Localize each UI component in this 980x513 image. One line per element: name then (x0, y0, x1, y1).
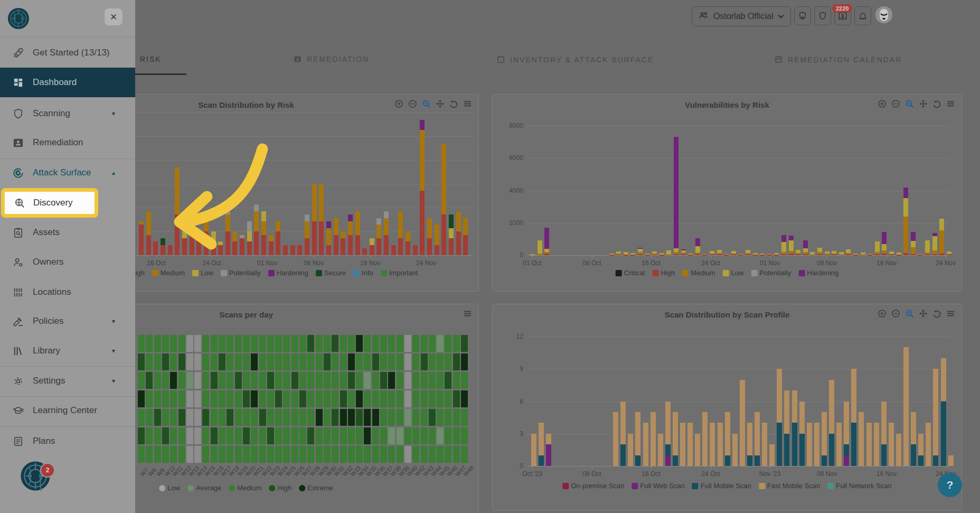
sidebar-item-assets[interactable]: Assets (0, 218, 135, 247)
legend-item[interactable]: Full Mobile Scan (692, 482, 751, 490)
menu-icon[interactable] (946, 99, 955, 108)
chart-toolbar (394, 99, 472, 108)
reset-icon[interactable] (932, 99, 941, 108)
sidebar-item-attack-surface[interactable]: Attack Surface▴ (0, 158, 135, 188)
legend-item[interactable]: Critical (616, 269, 645, 277)
avatar[interactable] (875, 6, 892, 23)
bar-segment (747, 455, 752, 466)
menu-icon[interactable] (946, 309, 955, 318)
legend-item[interactable]: Potentially (221, 269, 261, 277)
menu-icon[interactable] (463, 99, 472, 108)
legend-swatch (353, 270, 360, 276)
close-sidebar-button[interactable]: ✕ (105, 8, 123, 25)
legend-item[interactable]: Medium (229, 484, 261, 492)
heatmap-cell (219, 409, 225, 426)
legend-item[interactable]: Full Web Scan (632, 482, 684, 490)
sidebar-item-policies[interactable]: Policies▾ (0, 306, 135, 336)
legend-item[interactable]: Hardening (268, 269, 308, 277)
legend-item[interactable]: Important (381, 269, 418, 277)
bar-segment (384, 235, 389, 255)
selection-zoom-icon[interactable] (905, 99, 914, 108)
heatmap-cell (251, 372, 258, 389)
notifications-button[interactable] (854, 6, 871, 25)
legend-item[interactable]: Medium (152, 269, 185, 277)
zoom-in-icon[interactable] (878, 99, 887, 108)
sidebar-item-plans[interactable]: Plans (0, 426, 135, 456)
bar-segment (777, 369, 782, 423)
bar-segment (702, 255, 707, 256)
reset-icon[interactable] (932, 309, 941, 318)
bar-segment (659, 253, 664, 255)
sidebar-item-locations[interactable]: Locations (0, 277, 135, 307)
pan-icon[interactable] (919, 309, 928, 318)
legend-item[interactable]: Full Network Scan (827, 482, 891, 490)
heatmap-cell (178, 446, 185, 463)
sidebar-item-scanning[interactable]: Scanning▾ (0, 99, 135, 128)
bar-segment (889, 423, 894, 466)
legend-item[interactable]: On-premise Scan (562, 482, 624, 490)
heatmap-cell (154, 446, 161, 463)
new-scan-button[interactable] (794, 6, 811, 25)
sidebar-item-owners[interactable]: Owners (0, 247, 135, 277)
bar-segment (635, 412, 640, 455)
zoom-out-icon[interactable] (891, 309, 900, 318)
bar-segment (903, 253, 908, 255)
heatmap-cell (324, 390, 331, 407)
legend-item[interactable]: Secure (316, 269, 346, 277)
legend-item[interactable]: Info (353, 269, 373, 277)
x-axis-tick (827, 466, 827, 469)
sidebar-item-settings[interactable]: Settings▾ (0, 366, 135, 396)
legend-swatch (722, 270, 729, 276)
help-button[interactable]: ? (938, 473, 962, 497)
bar-segment (839, 255, 844, 256)
pan-icon[interactable] (436, 99, 445, 108)
bar-segment (903, 198, 908, 217)
legend-item[interactable]: Average (187, 484, 221, 492)
scans-button[interactable] (814, 6, 831, 25)
legend-item[interactable]: Medium (682, 269, 715, 277)
bar-segment (376, 238, 381, 255)
zoom-out-icon[interactable] (408, 99, 417, 108)
heatmap-cell (404, 427, 411, 444)
legend-item[interactable]: Low (722, 269, 743, 277)
heatmap-cell (356, 409, 363, 426)
tab-inventory-attack-surface[interactable]: INVENTORY & ATTACK SURFACE (496, 55, 654, 64)
bar-segment (933, 455, 938, 466)
legend-item[interactable]: Fast Mobile Scan (759, 482, 820, 490)
sidebar-item-dashboard[interactable]: Dashboard (0, 68, 135, 97)
bar-segment (810, 255, 815, 256)
sidebar-item-library[interactable]: Library▾ (0, 336, 135, 366)
organization-dropdown[interactable]: Ostorlab Official (692, 6, 791, 26)
zoom-out-icon[interactable] (891, 99, 900, 108)
legend-item[interactable]: Extreme (299, 484, 333, 492)
bar-segment (341, 238, 345, 255)
bar-segment (688, 254, 693, 255)
bar-segment (456, 211, 461, 231)
sidebar-item-remediation[interactable]: Remediation (0, 128, 135, 157)
reset-icon[interactable] (449, 99, 458, 108)
selection-zoom-icon[interactable] (905, 309, 914, 318)
tab-remediation[interactable]: REMEDIATION (293, 55, 369, 63)
bar-segment (645, 255, 650, 256)
bar-segment (283, 245, 288, 255)
legend-item[interactable]: High (269, 484, 292, 492)
menu-icon[interactable] (463, 309, 472, 318)
zoom-in-icon[interactable] (878, 309, 887, 318)
bar-segment (659, 255, 664, 256)
legend-item[interactable]: High (652, 269, 675, 277)
legend-item[interactable]: Potentially (751, 269, 791, 277)
bar-segment (254, 231, 259, 255)
sidebar-item-discovery[interactable]: Discovery (1, 188, 98, 218)
sidebar-item-learning-center[interactable]: Learning Center (0, 396, 135, 425)
tab-remediation-calendar[interactable]: REMEDIATION CALENDAR (774, 55, 902, 64)
pan-icon[interactable] (919, 99, 928, 108)
selection-zoom-icon[interactable] (422, 99, 431, 108)
bar-segment (326, 228, 331, 245)
legend-item[interactable]: Hardening (798, 269, 838, 277)
heatmap-cell (227, 446, 233, 463)
tab-risk[interactable]: RISK (140, 55, 162, 63)
sidebar-item-get-started-13-13[interactable]: Get Started (13/13) (0, 38, 135, 68)
legend-item[interactable]: Low (159, 484, 180, 492)
legend-item[interactable]: Low (192, 269, 213, 277)
zoom-in-icon[interactable] (394, 99, 403, 108)
